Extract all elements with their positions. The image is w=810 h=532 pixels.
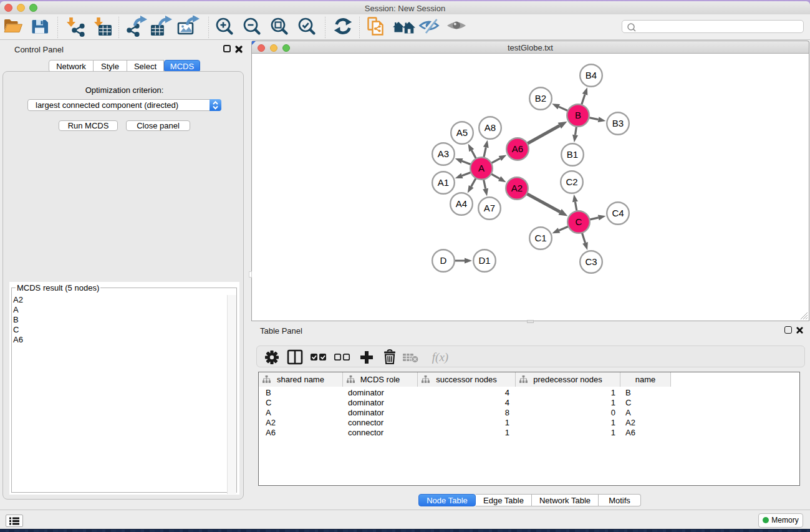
svg-text:D: D <box>440 255 447 266</box>
svg-text:C: C <box>576 216 582 227</box>
svg-text:D1: D1 <box>478 255 490 266</box>
svg-text:C1: C1 <box>534 233 546 243</box>
svg-text:A4: A4 <box>456 198 467 209</box>
svg-text:C4: C4 <box>612 208 624 218</box>
svg-text:B: B <box>575 110 581 120</box>
svg-text:A6: A6 <box>512 143 523 154</box>
svg-text:B1: B1 <box>567 149 578 160</box>
svg-text:A5: A5 <box>456 127 468 138</box>
svg-text:A7: A7 <box>484 203 495 213</box>
svg-text:A: A <box>478 163 485 173</box>
svg-text:A8: A8 <box>485 122 496 133</box>
svg-text:B2: B2 <box>535 93 546 104</box>
svg-text:C3: C3 <box>585 256 597 267</box>
svg-text:C2: C2 <box>566 177 577 187</box>
svg-text:B4: B4 <box>586 70 597 80</box>
svg-text:A3: A3 <box>438 148 449 159</box>
svg-text:A1: A1 <box>438 177 449 188</box>
svg-text:A2: A2 <box>511 183 523 193</box>
svg-text:B3: B3 <box>612 118 624 128</box>
